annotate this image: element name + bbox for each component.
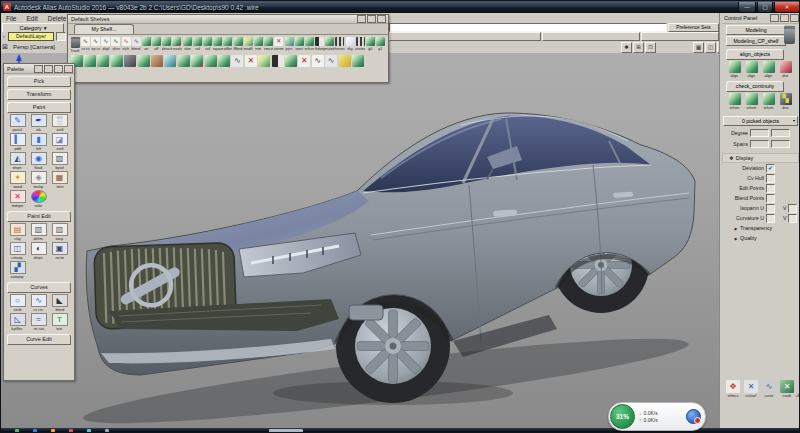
shelves-title-bar[interactable]: Default Shelves [68, 15, 388, 24]
control-panel-button[interactable] [780, 14, 789, 22]
shelf-tool-sky[interactable]: sky [345, 37, 355, 53]
field-input-degree-u[interactable] [750, 129, 769, 137]
shelf-tool-row2-8[interactable] [177, 55, 190, 67]
palette-tool-mdsym[interactable]: ✕mdsym [7, 190, 28, 209]
shelf-tool-untrim[interactable]: ✕untrim [274, 37, 284, 53]
checkbox-cv-hull[interactable] [766, 174, 775, 183]
cp-shelf-dropdown[interactable]: Modeling_CP_shelf [726, 36, 786, 46]
palette-tool-shrpn[interactable]: ◭shrpn [7, 152, 28, 171]
palette-tool-color[interactable]: color [28, 190, 49, 209]
cp-bottom-tool-csedt[interactable]: ✕csedt [778, 380, 796, 398]
taskbar-icon-5[interactable] [105, 429, 109, 433]
layer-chip-defaultlayer[interactable]: DefaultLayer [8, 32, 54, 41]
palette-button[interactable] [54, 65, 63, 73]
palette-tool-rw-cos[interactable]: ≈rw cos [28, 313, 49, 332]
shelf-tool-row2-12[interactable]: ∿ [231, 55, 244, 67]
shelf-tool-trash[interactable]: Trash [70, 37, 80, 53]
palette-tool-wand[interactable]: ✦wand [7, 171, 28, 190]
shelf-tool-isect[interactable]: isect [294, 37, 304, 53]
viewport-toolbar-button-2[interactable]: ⊡ [645, 42, 656, 53]
tab-align-objects[interactable]: align_objects [726, 49, 784, 60]
taskbar-icon-4[interactable] [87, 429, 91, 433]
taskbar-icon-3[interactable] [69, 429, 73, 433]
shelf-tool-row2-15[interactable] [271, 55, 284, 67]
cp-bottom-tool-sctsurf[interactable]: ✕sctsurf [742, 380, 760, 398]
shelf-tool-row2-11[interactable] [217, 55, 230, 67]
palette-tool-cmanp[interactable]: ◫cmanp [7, 242, 28, 261]
prompt-input[interactable] [389, 23, 667, 32]
shelf-tool-row2-19[interactable]: ∿ [324, 55, 337, 67]
control-panel-button[interactable] [790, 14, 799, 22]
shelf-tool-modft[interactable]: modft [243, 37, 253, 53]
cp-tool-align[interactable]: align [760, 61, 777, 78]
menu-delete[interactable]: Delete [48, 15, 67, 22]
palette-button[interactable] [44, 65, 53, 73]
shelf-tool-g1[interactable]: g1 [376, 37, 386, 53]
shelf-tool-row2-13[interactable]: ✕ [244, 55, 257, 67]
tab-check-continuity[interactable]: check_continuity [726, 81, 784, 92]
shelf-tool-horver[interactable]: horver [335, 37, 345, 53]
shelf-tool-revolv[interactable]: revolv [172, 37, 182, 53]
shelf-tool-muted[interactable]: muted [325, 37, 335, 53]
field-input-spans-u[interactable] [750, 140, 769, 148]
palette-tab-transform[interactable]: Transform [7, 89, 71, 100]
shelves-close-button[interactable] [377, 15, 386, 23]
minimize-button[interactable]: — [738, 2, 756, 13]
shelf-tool-row2-20[interactable] [338, 55, 351, 67]
shelf-tool-row2-6[interactable] [150, 55, 163, 67]
viewport-canvas[interactable] [1, 53, 719, 428]
shelf-tool-row2-9[interactable] [191, 55, 204, 67]
shelf-tool-ep-cv[interactable]: ∿ep cv [90, 37, 100, 53]
palette-tool-felt[interactable]: ▮felt [28, 133, 49, 152]
palette-tool-text[interactable]: Ttext [49, 313, 70, 332]
palette-button[interactable] [34, 65, 43, 73]
shelf-tool-rail[interactable]: rail [192, 37, 202, 53]
palette-title-bar[interactable]: Palette [4, 64, 74, 74]
tab-my-shelf[interactable]: My Shelf... [74, 24, 134, 34]
palette-tool-bysol[interactable]: ▨bysol [49, 152, 70, 171]
shelf-tool-row2-4[interactable] [124, 55, 137, 67]
shelf-tool-usetex[interactable]: usetex [355, 37, 365, 53]
control-panel-title-bar[interactable]: Control Panel [722, 13, 799, 24]
shelf-tool-row2-7[interactable] [164, 55, 177, 67]
layer-state-box[interactable] [56, 32, 66, 41]
viewport-toolbar-button-3[interactable]: ▦ [693, 42, 704, 53]
palette-tab-paint[interactable]: Paint [7, 102, 71, 113]
subsection-transparency[interactable]: ◆Transparency [722, 223, 799, 233]
trash-icon[interactable] [784, 26, 795, 44]
checkbox-curvature-u[interactable] [766, 214, 775, 223]
subsection-quality[interactable]: ◆Quality [722, 233, 799, 243]
shelf-tool-un[interactable]: un [141, 37, 151, 53]
shelf-tool-square[interactable]: square [213, 37, 223, 53]
palette-tool-cv-crv[interactable]: ∿cv crv [28, 294, 49, 313]
shelf-tool-sfcrv[interactable]: ∿sfcrv [111, 37, 121, 53]
shelf-tool-fflbnd[interactable]: fflbnd [233, 37, 243, 53]
palette-tool-ink[interactable]: ✒ink [28, 114, 49, 133]
shelf-tool-shdsnp[interactable]: shdsnp [315, 37, 325, 53]
palette-tool-blend[interactable]: ◣blend [49, 294, 70, 313]
close-button[interactable]: ✕ [774, 2, 800, 13]
checkbox-blend-points[interactable] [766, 194, 775, 203]
menu-edit[interactable]: Edit [26, 15, 37, 22]
shelf-tool-row2-18[interactable]: ∿ [311, 55, 324, 67]
palette-tool-arsft[interactable]: ▒arsft [49, 114, 70, 133]
shelf-tool-row2-21[interactable] [351, 55, 364, 67]
palette-tool-imshp[interactable]: ◈imshp [28, 171, 49, 190]
palette-tool-clay[interactable]: ▤clay [7, 223, 28, 242]
cp-tool-dtst[interactable]: dtst [777, 61, 794, 78]
layer-scroll-left-icon[interactable]: ‹ [1, 32, 7, 41]
downloader-icon[interactable] [686, 409, 701, 424]
palette-tab-curve-edit[interactable]: Curve Edit [7, 334, 71, 345]
shelf-tool-stch[interactable]: ∿stch [121, 37, 131, 53]
checkbox-isoparm-u-v[interactable] [788, 204, 797, 213]
shelf-tool-row2-2[interactable] [97, 55, 110, 67]
palette-tool-kptsec[interactable]: ◺kptSec [7, 313, 28, 332]
taskbar-icon-1[interactable] [33, 429, 37, 433]
shelf-tool-row2-5[interactable] [137, 55, 150, 67]
palette-tool-pencil[interactable]: ✎pencil [7, 114, 28, 133]
open-window-button[interactable] [269, 429, 303, 433]
network-speed-widget[interactable]: 31% ↓ 0.0K/s ↑ 0.0K/s [608, 402, 706, 431]
cp-tool-srfcon[interactable]: srfcon [743, 93, 760, 110]
cp-tool-align[interactable]: align [743, 61, 760, 78]
maximize-button[interactable]: ▢ [757, 2, 773, 13]
